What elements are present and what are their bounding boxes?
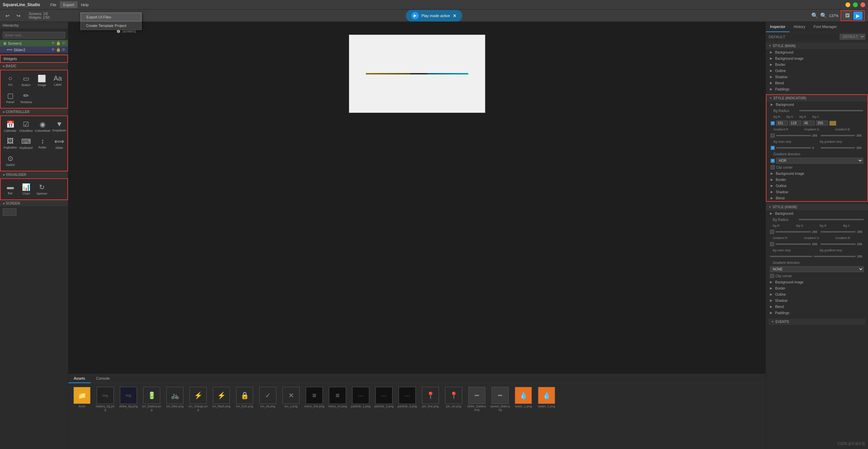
assets-tab[interactable]: Assets — [68, 374, 91, 383]
ind-clip-checkbox[interactable] — [771, 165, 775, 169]
tab-inspector[interactable]: Inspector — [766, 22, 789, 32]
tree-item-screen1[interactable]: 🖥 Screen1 👁 🔒 ⚙ — [0, 40, 68, 46]
widget-checkbox[interactable]: ☑ Checkbox — [18, 118, 33, 135]
widget-roller[interactable]: ↕ Roller — [34, 135, 51, 152]
preview-button[interactable]: ▶ — [853, 12, 863, 20]
knob-bg-radius-slider[interactable] — [799, 219, 864, 220]
widget-colorwheel[interactable]: ◉ Colorwheel — [34, 118, 51, 135]
widget-image[interactable]: ⬜ Image — [35, 72, 50, 89]
widget-keyboard[interactable]: ⌨ Keyboard — [18, 135, 33, 152]
asset-pin-line[interactable]: 📍 pin_line.png — [420, 387, 441, 411]
play-mode-close[interactable]: ✕ — [453, 13, 457, 18]
redo-button[interactable]: ↪ — [14, 12, 23, 20]
ind-grad-checkbox[interactable] — [771, 134, 775, 138]
window-minimize[interactable] — [845, 2, 850, 7]
asset-water-2[interactable]: 💧 water_2.png — [536, 387, 557, 411]
default-dropdown[interactable]: DEFAULT — [840, 34, 865, 40]
widget-bar[interactable]: ▬ Bar — [3, 181, 18, 197]
menu-help[interactable]: Help — [78, 1, 92, 8]
widget-chart[interactable]: 📊 Chart — [18, 181, 33, 197]
ind-stop-checkbox[interactable]: ✓ — [771, 146, 775, 150]
ind-grad-dir-dropdown[interactable]: HOR VER NONE — [776, 158, 863, 164]
asset-menu-on[interactable]: ≡ menu_on.png — [327, 387, 348, 411]
zoom-out-button[interactable]: 🔍 — [811, 12, 818, 19]
knob-r-slider[interactable] — [775, 231, 811, 233]
console-tab[interactable]: Console — [91, 374, 115, 383]
widget-label[interactable]: Aa Label — [50, 72, 65, 89]
knob-grad-stop-slider[interactable] — [814, 256, 856, 257]
menu-file[interactable]: File — [47, 1, 60, 8]
asset-icn-lock[interactable]: 🔒 icn_lock.png — [234, 387, 255, 411]
undo-button[interactable]: ↩ — [3, 12, 12, 20]
asset-ebike-bg[interactable]: img ebike_bg.png — [118, 387, 139, 411]
knob-grad-dir-dropdown[interactable]: NONE HOR VER — [770, 266, 864, 272]
knob-color-checkbox[interactable] — [770, 230, 774, 234]
spinner-label: Spinner — [37, 192, 47, 195]
create-template[interactable]: Create Template Project — [81, 22, 141, 30]
knob-grad-checkbox[interactable] — [770, 242, 774, 246]
ind-grad-r-slider[interactable] — [776, 135, 811, 136]
asset-icn-x[interactable]: ✕ icn_x.png — [281, 387, 301, 411]
asset-particle-3[interactable]: ··· particle_3.png — [397, 387, 417, 411]
knob-grad-r-slider[interactable] — [775, 243, 811, 245]
widget-panel[interactable]: ▢ Panel — [3, 89, 18, 106]
asset-particle-2[interactable]: ··· particle_2.png — [374, 387, 394, 411]
settings-icon[interactable]: ⚙ — [62, 41, 65, 45]
knob-g-slider[interactable] — [821, 231, 856, 233]
canvas-frame[interactable] — [349, 34, 485, 113]
ind-color-checkbox[interactable]: ✓ — [771, 121, 775, 125]
ind-grad-b-slider[interactable] — [821, 135, 855, 136]
asset-menu-line[interactable]: ≡ menu_line.png — [304, 387, 325, 411]
knob-main-stop-slider[interactable] — [770, 256, 812, 257]
tab-history[interactable]: History — [789, 22, 809, 32]
widget-slider[interactable]: ⟺ Slider — [52, 135, 67, 152]
widget-switch[interactable]: ⊙ Switch — [3, 152, 18, 169]
knob-grad-b-slider[interactable] — [821, 243, 856, 245]
eye-icon[interactable]: 👁 — [51, 41, 55, 45]
asset-particle-1[interactable]: ··· particle_1.png — [350, 387, 371, 411]
asset-slider-battery[interactable]: ━ slider_battery.png — [467, 387, 487, 411]
ind-bg-a-input[interactable] — [816, 121, 828, 126]
knob-grad-values: 255 255 — [766, 241, 868, 247]
asset-pin-on[interactable]: 📍 pin_on.png — [443, 387, 464, 411]
widget-button[interactable]: ▭ Button — [18, 72, 33, 89]
tree-item-slider2[interactable]: ⟺ Slider2 👁 🔒 ⚙ — [0, 46, 68, 53]
slider2-settings-icon[interactable]: ⚙ — [62, 47, 65, 52]
asset-icn-ok[interactable]: ✓ icn_ok.png — [258, 387, 278, 411]
asset-icn-flash[interactable]: ⚡ icn_flash.png — [211, 387, 232, 411]
widget-dropdown[interactable]: ▼ Dropdown — [52, 118, 67, 135]
ind-grad-dir-checkbox[interactable]: ✓ — [771, 159, 775, 163]
ind-grad-stop-slider[interactable] — [821, 147, 855, 149]
screenshot-button[interactable]: 🖼 — [843, 12, 852, 19]
ind-bg-b-input[interactable] — [803, 121, 815, 126]
ind-bg-radius-slider[interactable] — [799, 110, 863, 111]
ind-bg-g-input[interactable] — [789, 121, 801, 126]
lock-icon[interactable]: 🔒 — [56, 41, 61, 45]
export-ui-files[interactable]: Export UI Files — [81, 13, 141, 22]
slider2-eye-icon[interactable]: 👁 — [51, 47, 55, 52]
asset-speed-slider[interactable]: ━ speed_slider.png — [490, 387, 510, 411]
asset-icn-bike[interactable]: 🚲 icn_bike.png — [165, 387, 185, 411]
tab-font-manager[interactable]: Font Manager — [809, 22, 841, 32]
zoom-in-button[interactable]: 🔍 — [820, 12, 827, 19]
widget-calendar[interactable]: 📅 Calendar — [3, 118, 18, 135]
widget-spinner[interactable]: ↻ Spinner — [35, 181, 50, 197]
widget-imgbutton[interactable]: 🖼 Imgbutton — [3, 135, 18, 152]
window-close[interactable] — [860, 2, 865, 7]
asset-icn-battery[interactable]: 🔋 icn_battery.png — [141, 387, 162, 411]
ind-main-stop-slider[interactable] — [776, 147, 811, 149]
window-maximize[interactable] — [853, 2, 858, 7]
asset-icn-charge[interactable]: ⚡ icn_charge.png — [188, 387, 208, 411]
slider2-lock-icon[interactable]: 🔒 — [56, 47, 61, 52]
widget-arc[interactable]: ○ Arc — [3, 72, 18, 89]
asset-battery-bg[interactable]: img battery_bg.png — [95, 387, 115, 411]
menu-export[interactable]: Export — [60, 1, 78, 8]
widget-textarea[interactable]: ✏ Textarea — [18, 89, 33, 106]
knob-blend-label: Blend — [775, 305, 784, 309]
search-input[interactable] — [3, 32, 65, 39]
knob-clip-checkbox[interactable] — [770, 274, 774, 278]
ind-color-swatch[interactable] — [829, 121, 836, 126]
ind-bg-r-input[interactable] — [776, 121, 788, 126]
asset-water-1[interactable]: 💧 water_1.png — [513, 387, 534, 411]
asset-fonts[interactable]: 📁 fonts — [72, 387, 92, 411]
